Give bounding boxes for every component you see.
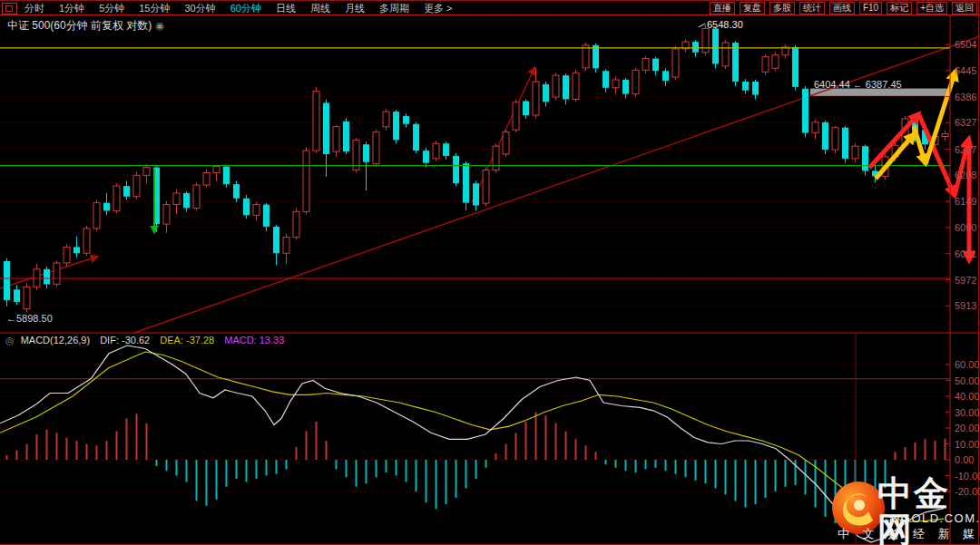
price-tick-label: 6504 [955, 39, 976, 50]
macd-dea-value: DEA: -37.28 [160, 335, 214, 345]
price-tick-label: 6031 [955, 248, 976, 259]
macd-indicator-header[interactable]: ◎ MACD(12,26,9) DIF: -30.62 DEA: -37.28 … [5, 335, 284, 346]
highest-price-label: 6548.30 [707, 19, 743, 30]
chart-title[interactable]: 中证 500(60分钟 前复权 对数)◉ [7, 18, 164, 34]
macd-tick-label: 10.00 [955, 439, 980, 450]
price-tick-label: 6208 [955, 170, 976, 180]
macd-tick-label: 60.00 [955, 359, 980, 370]
price-tick-label: 6149 [955, 196, 976, 207]
price-tick-label: 6090 [955, 222, 976, 233]
collapse-icon[interactable]: ◉ [155, 20, 164, 31]
macd-macd-value: MACD: 13.33 [224, 335, 284, 345]
chart-title-text: 中证 500(60分钟 前复权 对数) [7, 19, 152, 32]
macd-tick-label: 20.00 [955, 423, 980, 433]
trading-app-window: 分时1分钟5分钟15分钟30分钟60分钟日线周线月线多周期更多 > 直播复盘多股… [0, 0, 980, 545]
macd-tick-label: 0.00 [955, 454, 974, 465]
price-tick-label: 5913 [955, 300, 976, 311]
macd-name: MACD(12,26,9) [21, 335, 90, 345]
watermark-domain: CNGOLD.COM.CN [881, 511, 980, 525]
price-tick-label: 6327 [955, 117, 976, 128]
resistance-zone-label: 6404.44 ← 6387.45 [814, 79, 902, 90]
macd-tick-label: 30.00 [955, 407, 980, 418]
macd-dif-value: DIF: -30.62 [100, 335, 150, 345]
cngold-watermark: 中金网 CNGOLD.COM.CN 中 文 财 经 新 媒 体 [830, 475, 980, 544]
price-tick-label: 6445 [955, 65, 976, 76]
price-tick-label: 6267 [955, 144, 976, 155]
macd-tick-label: 40.00 [955, 391, 980, 402]
lowest-price-label: ←5898.50 [6, 313, 53, 324]
price-tick-label: 5972 [955, 275, 976, 286]
indicator-collapse-icon[interactable]: ◎ [5, 335, 15, 345]
high-point-tick [699, 24, 705, 27]
candles-layer [4, 24, 948, 312]
macd-tick-label: 50.00 [955, 375, 980, 386]
dif-line [0, 345, 944, 542]
watermark-tagline: 中 文 财 经 新 媒 体 [838, 526, 980, 542]
price-tick-label: 6386 [955, 92, 976, 102]
macd-histogram [7, 413, 946, 527]
dea-line [0, 352, 944, 521]
